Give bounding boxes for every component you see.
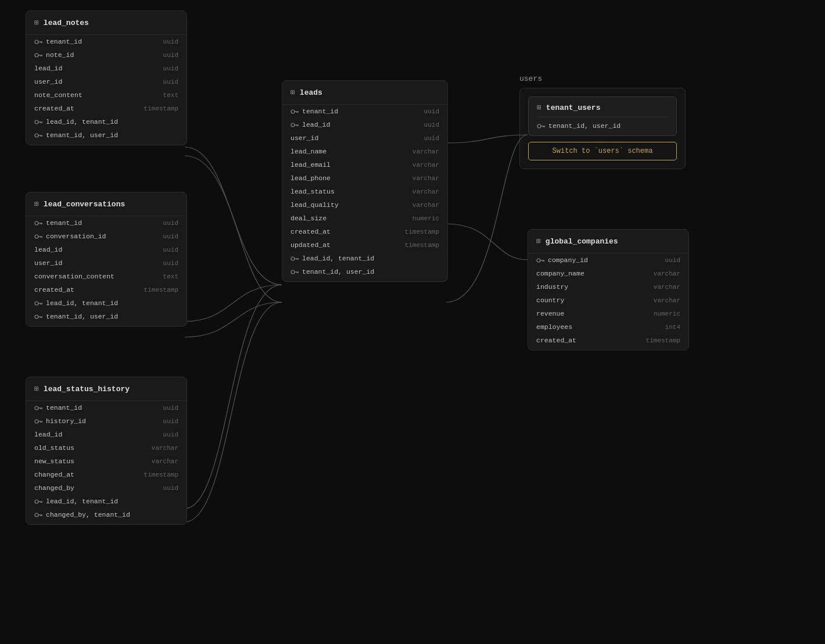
table-row: tenant_id uuid [26,401,186,414]
col-type: timestamp [405,228,439,235]
svg-point-64 [537,124,541,128]
col-name: old_status [34,444,74,452]
col-type: varchar [152,458,178,465]
table-row: user_id uuid [26,75,186,88]
col-name: industry [536,283,568,291]
col-name: tenant_id [302,108,338,115]
col-type: uuid [665,257,680,264]
table-row: lead_id, tenant_id [26,495,186,508]
col-name: company_id [548,256,588,264]
col-name: user_id [290,134,318,142]
key-icon [290,269,299,275]
col-name: user_id [34,259,62,267]
col-name: changed_at [34,471,74,478]
col-name: employees [536,323,572,331]
table-row: created_at timestamp [282,225,447,238]
key-icon [34,234,42,239]
table-row: new_status varchar [26,455,186,468]
table-row: old_status varchar [26,441,186,455]
key-icon [34,39,42,45]
key-icon [34,300,42,306]
col-name: lead_id [34,246,62,253]
col-name: changed_by [34,484,74,492]
table-row: revenue numeric [528,307,688,320]
col-name: conversation_content [34,273,114,280]
table-row: created_at timestamp [26,102,186,115]
table-row: employees int4 [528,320,688,334]
col-type: uuid [163,485,178,492]
lead-notes-title: lead_notes [44,19,89,27]
svg-point-28 [35,315,38,319]
col-name: tenant_id [46,38,82,45]
col-type: int4 [665,324,680,331]
col-type: uuid [163,233,178,240]
key-icon [290,109,299,115]
table-row: lead_status varchar [282,185,447,198]
col-name: lead_id, tenant_id [46,118,118,126]
col-name: lead_id, tenant_id [302,255,374,262]
col-name: lead_email [290,161,331,169]
svg-point-48 [291,110,295,113]
key-icon [34,133,42,138]
global-companies-title: global_companies [546,237,618,246]
col-type: uuid [424,121,439,128]
table-row: note_id uuid [26,48,186,62]
table-row: tenant_id uuid [26,35,186,48]
col-type: numeric [412,215,439,222]
switch-schema-button[interactable]: Switch to `users` schema [528,142,677,160]
col-name: lead_name [290,148,327,155]
leads-table: ⊞ leads tenant_id uuid lead_id uuid user… [282,80,448,282]
svg-point-32 [35,406,38,410]
col-type: uuid [424,135,439,142]
col-type: text [163,273,178,280]
table-row: conversation_content text [26,270,186,283]
key-icon [34,119,42,125]
col-type: uuid [163,38,178,45]
col-type: timestamp [646,337,680,344]
table-row: conversation_id uuid [26,230,186,243]
svg-point-8 [35,120,38,124]
table-row: changed_by uuid [26,481,186,495]
svg-point-68 [537,259,540,262]
col-name: lead_id [302,121,330,128]
col-type: numeric [654,310,680,317]
table-row: tenant_id uuid [26,216,186,230]
lead-notes-table: ⊞ lead_notes tenant_id uuid note_id uuid… [26,10,187,145]
svg-point-0 [35,40,38,44]
users-section-label: users [519,74,686,83]
col-type: uuid [163,65,178,72]
table-row: user_id uuid [26,256,186,270]
col-type: varchar [654,284,680,291]
col-name: new_status [34,457,74,465]
leads-header: ⊞ leads [282,81,447,105]
svg-point-24 [35,302,38,305]
table-row: lead_id uuid [26,243,186,256]
table-row: lead_id uuid [26,62,186,75]
table-row: country varchar [528,294,688,307]
col-name: created_at [290,228,331,235]
col-type: timestamp [405,242,439,249]
table-row: company_id uuid [528,253,688,267]
key-icon [34,499,42,505]
col-type: uuid [163,78,178,85]
col-name: conversation_id [46,232,106,240]
users-section: users ⊞ tenant_users tenant_id, user_id … [519,74,686,169]
table-row: user_id uuid [282,131,447,145]
table-row: lead_quality varchar [282,198,447,212]
lead-conversations-header: ⊞ lead_conversations [26,192,186,216]
table-row: lead_id uuid [26,428,186,441]
svg-point-52 [291,123,295,127]
col-name: lead_phone [290,174,331,182]
table-row: lead_email varchar [282,158,447,171]
lead-status-history-table: ⊞ lead_status_history tenant_id uuid his… [26,377,187,525]
table-row: note_content text [26,88,186,102]
key-icon [536,257,544,263]
col-name: tenant_id, user_id [302,268,374,276]
table-row: deal_size numeric [282,212,447,225]
col-name: lead_quality [290,201,339,209]
table-row: created_at timestamp [26,283,186,296]
table-grid-icon: ⊞ [290,88,295,97]
svg-point-56 [291,257,295,260]
col-name: tenant_id, user_id [46,313,118,320]
col-type: varchar [412,175,439,182]
